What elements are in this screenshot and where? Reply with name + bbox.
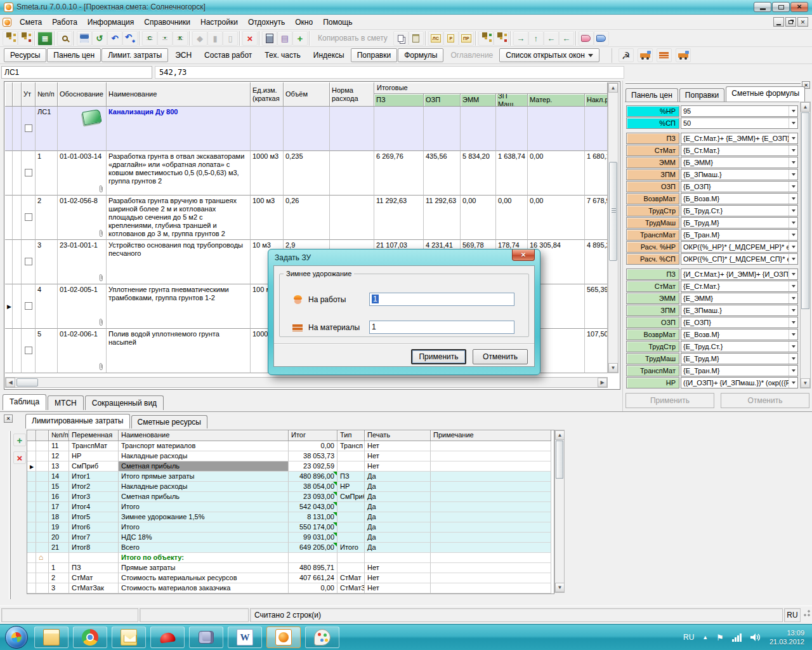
cell-note[interactable] — [431, 492, 551, 502]
cell-print[interactable]: Нет — [365, 563, 431, 573]
copy-to-smeta-button[interactable]: Копировать в смету — [312, 31, 393, 46]
calculator-icon[interactable] — [262, 31, 277, 46]
cell-type[interactable] — [337, 502, 365, 512]
doc-ls-icon[interactable]: ЛС — [428, 31, 443, 46]
cell-total[interactable]: 0,00 — [289, 441, 337, 451]
row-checkbox[interactable] — [25, 302, 32, 310]
tab-toc[interactable]: Оглавление — [444, 48, 499, 62]
row-checkbox[interactable] — [25, 258, 32, 265]
separator[interactable] — [574, 31, 579, 46]
cell-norma[interactable] — [330, 107, 374, 151]
separator[interactable] — [238, 31, 242, 46]
formula-value-box[interactable]: 542,73 — [155, 66, 624, 79]
taskbar-outlook[interactable] — [112, 627, 146, 648]
chevron-down-icon[interactable] — [789, 378, 797, 388]
dialog-close-button[interactable]: ✕ — [512, 249, 535, 261]
resize-grip[interactable] — [802, 608, 811, 622]
formula-combo[interactable]: {Е_Возв.М} — [681, 329, 798, 340]
shift-left-all-icon[interactable]: ← — [559, 31, 574, 46]
action-center-flag-icon[interactable]: ⚑ — [716, 633, 724, 642]
col-header-code[interactable]: Обоснование — [58, 83, 107, 107]
cell-print[interactable] — [365, 553, 431, 563]
estimate-row[interactable]: 2 01-02-056-8 Разработка грунта вручную … — [5, 196, 608, 240]
cell-note[interactable] — [431, 451, 551, 461]
cell-total[interactable]: 38 054,00 — [289, 482, 337, 492]
chevron-down-icon[interactable] — [789, 354, 797, 364]
formula-combo[interactable]: {Б_ОЗП} — [681, 181, 798, 192]
scroll-down-icon[interactable]: ▼ — [608, 363, 618, 373]
cell-note[interactable] — [431, 461, 551, 472]
cell-total[interactable]: 480 896,00 — [289, 472, 337, 482]
limit-row[interactable]: ⌂ 19 Итог6 Итого 550 174,00 Да — [27, 522, 554, 533]
cell-print[interactable]: Нет — [365, 583, 431, 594]
cell-volume[interactable]: 0,26 — [284, 196, 330, 240]
cell-variable[interactable]: СтМат — [69, 573, 119, 583]
cell-name[interactable]: Уплотнение грунта пневматическими трамбо… — [107, 284, 251, 329]
scroll-left-icon[interactable]: ◀ — [6, 378, 15, 387]
cell-note[interactable] — [431, 533, 551, 543]
chevron-down-icon[interactable] — [789, 230, 797, 240]
cell-print[interactable]: Нет — [365, 451, 431, 461]
cell-unit[interactable]: 1000 м3 — [251, 151, 284, 196]
tree-add-icon[interactable] — [18, 31, 33, 46]
cell-pz[interactable]: 11 292,63 — [374, 196, 424, 240]
menu-pomosch[interactable]: Помощь — [318, 15, 357, 29]
chevron-down-icon[interactable] — [789, 254, 797, 264]
bottom-vertical-scrollbar[interactable]: ▲ ▼ — [554, 430, 565, 593]
cell-print[interactable]: Да — [365, 543, 431, 553]
limit-row[interactable]: ⌂ Итого по объекту: — [27, 553, 554, 563]
cell-name[interactable]: Транспорт материалов — [119, 441, 289, 451]
esn-dot-icon[interactable]: • — [157, 31, 173, 46]
col-header-unit[interactable]: Ед.изм. (краткая — [251, 83, 284, 107]
formula-combo[interactable]: ОКР({%_СП}* {_МДСРЕМ_СП}* ес — [681, 253, 798, 265]
cell-note[interactable] — [431, 512, 551, 522]
chevron-down-icon[interactable] — [789, 366, 797, 376]
cell-unit[interactable]: 100 м3 — [251, 196, 284, 240]
col-header-print[interactable]: Печать — [365, 430, 431, 441]
cell-variable[interactable]: Итог3 — [69, 492, 119, 502]
cell-type[interactable] — [337, 461, 365, 472]
cell-mat[interactable]: 0,00 — [528, 151, 585, 196]
cell-note[interactable] — [431, 472, 551, 482]
estimate-row[interactable]: ЛС1 Канализация Ду 800 — [5, 107, 608, 151]
cell-code[interactable]: 01-02-005-1 — [58, 284, 107, 329]
cell-note[interactable] — [431, 502, 551, 512]
formula-combo[interactable]: {Е_Труд.Ст.} — [681, 341, 798, 352]
cell-num[interactable]: 14 — [49, 472, 69, 482]
taskbar-explorer[interactable] — [34, 627, 69, 648]
formula-combo[interactable]: 50 — [681, 117, 798, 129]
cell-type[interactable] — [337, 451, 365, 461]
save-icon[interactable] — [77, 31, 92, 46]
tab-esn[interactable]: ЭСН — [169, 48, 198, 62]
cell-zpm[interactable]: 1 638,74 — [496, 151, 528, 196]
col-header-zpm[interactable]: ЗП Маш. — [496, 94, 528, 107]
disabled-page-icon[interactable]: ▯ — [223, 31, 238, 46]
cell-name[interactable]: Итого — [119, 522, 289, 533]
formula-combo[interactable]: {Б_ЭММ} — [681, 157, 798, 168]
separator[interactable] — [33, 31, 37, 46]
cell-name[interactable]: Разработка грунта в отвал экскаваторами … — [107, 151, 251, 196]
shift-left-icon[interactable]: ← — [544, 31, 559, 46]
cell-variable[interactable]: НР — [69, 451, 119, 461]
cell-variable[interactable]: Итог2 — [69, 482, 119, 492]
cell-num[interactable]: 16 — [49, 492, 69, 502]
cell-variable[interactable] — [69, 553, 119, 563]
cell-name[interactable]: Прямые затраты — [119, 563, 289, 573]
scroll-thumb[interactable] — [801, 112, 809, 309]
limit-row[interactable]: ⌂ 16 Итог3 Сметная прибыль 23 093,00 СмП… — [27, 492, 554, 502]
cell-pz[interactable]: 6 269,76 — [374, 151, 424, 196]
limit-row[interactable]: ▶ ⌂ 13 СмПриб Сметная прибыль 23 092,59 … — [27, 461, 554, 472]
cell-zpm[interactable]: 0,00 — [496, 196, 528, 240]
formula-combo[interactable]: ({И_ОЗП}+ {И_ЗПмаш.})* (окр(({Р. — [681, 377, 798, 388]
cell-type[interactable]: Итого — [337, 543, 365, 553]
cell-name[interactable]: Всего — [119, 543, 289, 553]
col-header-emm[interactable]: ЭММ — [461, 94, 496, 107]
formula-combo[interactable]: {Б_ЗПмаш.} — [681, 169, 798, 180]
cell-type[interactable] — [337, 553, 365, 563]
tree-edit-icon[interactable] — [478, 31, 494, 46]
tray-language[interactable]: RU — [683, 633, 694, 642]
tab-table-view[interactable]: Таблица — [3, 394, 46, 410]
minimize-button[interactable] — [754, 2, 771, 12]
cell-total[interactable]: 8 131,00 — [289, 512, 337, 522]
main-horizontal-scrollbar[interactable]: ◀ ▶ — [5, 377, 608, 388]
